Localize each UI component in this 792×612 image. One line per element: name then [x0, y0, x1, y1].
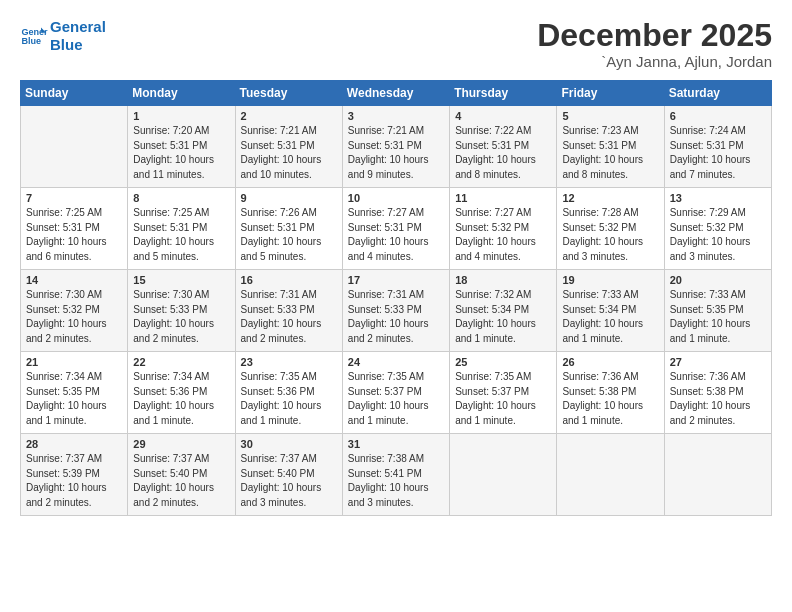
- cell-info: Sunrise: 7:21 AMSunset: 5:31 PMDaylight:…: [241, 124, 337, 182]
- calendar-cell: 16Sunrise: 7:31 AMSunset: 5:33 PMDayligh…: [235, 270, 342, 352]
- day-number: 7: [26, 192, 122, 204]
- day-number: 25: [455, 356, 551, 368]
- calendar-cell: 22Sunrise: 7:34 AMSunset: 5:36 PMDayligh…: [128, 352, 235, 434]
- cell-info: Sunrise: 7:26 AMSunset: 5:31 PMDaylight:…: [241, 206, 337, 264]
- month-title: December 2025: [537, 18, 772, 53]
- day-number: 15: [133, 274, 229, 286]
- cell-info: Sunrise: 7:31 AMSunset: 5:33 PMDaylight:…: [348, 288, 444, 346]
- logo-line2: Blue: [50, 36, 106, 54]
- cell-info: Sunrise: 7:32 AMSunset: 5:34 PMDaylight:…: [455, 288, 551, 346]
- day-number: 24: [348, 356, 444, 368]
- header-cell-thursday: Thursday: [450, 81, 557, 106]
- calendar-cell: 25Sunrise: 7:35 AMSunset: 5:37 PMDayligh…: [450, 352, 557, 434]
- cell-info: Sunrise: 7:33 AMSunset: 5:35 PMDaylight:…: [670, 288, 766, 346]
- day-number: 6: [670, 110, 766, 122]
- day-number: 10: [348, 192, 444, 204]
- calendar-cell: 12Sunrise: 7:28 AMSunset: 5:32 PMDayligh…: [557, 188, 664, 270]
- calendar-cell: 24Sunrise: 7:35 AMSunset: 5:37 PMDayligh…: [342, 352, 449, 434]
- day-number: 20: [670, 274, 766, 286]
- cell-info: Sunrise: 7:29 AMSunset: 5:32 PMDaylight:…: [670, 206, 766, 264]
- calendar-cell: 1Sunrise: 7:20 AMSunset: 5:31 PMDaylight…: [128, 106, 235, 188]
- header-cell-tuesday: Tuesday: [235, 81, 342, 106]
- cell-info: Sunrise: 7:27 AMSunset: 5:32 PMDaylight:…: [455, 206, 551, 264]
- cell-info: Sunrise: 7:35 AMSunset: 5:37 PMDaylight:…: [348, 370, 444, 428]
- calendar-cell: [21, 106, 128, 188]
- cell-info: Sunrise: 7:31 AMSunset: 5:33 PMDaylight:…: [241, 288, 337, 346]
- cell-info: Sunrise: 7:30 AMSunset: 5:32 PMDaylight:…: [26, 288, 122, 346]
- day-number: 16: [241, 274, 337, 286]
- calendar-cell: 19Sunrise: 7:33 AMSunset: 5:34 PMDayligh…: [557, 270, 664, 352]
- cell-info: Sunrise: 7:34 AMSunset: 5:35 PMDaylight:…: [26, 370, 122, 428]
- calendar-cell: 7Sunrise: 7:25 AMSunset: 5:31 PMDaylight…: [21, 188, 128, 270]
- cell-info: Sunrise: 7:36 AMSunset: 5:38 PMDaylight:…: [670, 370, 766, 428]
- calendar-cell: 27Sunrise: 7:36 AMSunset: 5:38 PMDayligh…: [664, 352, 771, 434]
- day-number: 11: [455, 192, 551, 204]
- header-cell-saturday: Saturday: [664, 81, 771, 106]
- cell-info: Sunrise: 7:25 AMSunset: 5:31 PMDaylight:…: [133, 206, 229, 264]
- day-number: 19: [562, 274, 658, 286]
- calendar-body: 1Sunrise: 7:20 AMSunset: 5:31 PMDaylight…: [21, 106, 772, 516]
- calendar-cell: [557, 434, 664, 516]
- day-number: 3: [348, 110, 444, 122]
- calendar-cell: 4Sunrise: 7:22 AMSunset: 5:31 PMDaylight…: [450, 106, 557, 188]
- day-number: 8: [133, 192, 229, 204]
- calendar-cell: 10Sunrise: 7:27 AMSunset: 5:31 PMDayligh…: [342, 188, 449, 270]
- logo-line1: General: [50, 18, 106, 36]
- week-row-2: 7Sunrise: 7:25 AMSunset: 5:31 PMDaylight…: [21, 188, 772, 270]
- day-number: 31: [348, 438, 444, 450]
- calendar-cell: 21Sunrise: 7:34 AMSunset: 5:35 PMDayligh…: [21, 352, 128, 434]
- calendar-cell: 3Sunrise: 7:21 AMSunset: 5:31 PMDaylight…: [342, 106, 449, 188]
- cell-info: Sunrise: 7:35 AMSunset: 5:37 PMDaylight:…: [455, 370, 551, 428]
- cell-info: Sunrise: 7:38 AMSunset: 5:41 PMDaylight:…: [348, 452, 444, 510]
- day-number: 14: [26, 274, 122, 286]
- day-number: 1: [133, 110, 229, 122]
- cell-info: Sunrise: 7:37 AMSunset: 5:40 PMDaylight:…: [241, 452, 337, 510]
- day-number: 26: [562, 356, 658, 368]
- cell-info: Sunrise: 7:36 AMSunset: 5:38 PMDaylight:…: [562, 370, 658, 428]
- cell-info: Sunrise: 7:22 AMSunset: 5:31 PMDaylight:…: [455, 124, 551, 182]
- cell-info: Sunrise: 7:23 AMSunset: 5:31 PMDaylight:…: [562, 124, 658, 182]
- calendar-cell: [450, 434, 557, 516]
- calendar-cell: 18Sunrise: 7:32 AMSunset: 5:34 PMDayligh…: [450, 270, 557, 352]
- calendar-cell: [664, 434, 771, 516]
- cell-info: Sunrise: 7:24 AMSunset: 5:31 PMDaylight:…: [670, 124, 766, 182]
- calendar-cell: 20Sunrise: 7:33 AMSunset: 5:35 PMDayligh…: [664, 270, 771, 352]
- day-number: 27: [670, 356, 766, 368]
- header-cell-friday: Friday: [557, 81, 664, 106]
- calendar-cell: 9Sunrise: 7:26 AMSunset: 5:31 PMDaylight…: [235, 188, 342, 270]
- svg-text:Blue: Blue: [21, 36, 41, 46]
- cell-info: Sunrise: 7:37 AMSunset: 5:39 PMDaylight:…: [26, 452, 122, 510]
- calendar-cell: 6Sunrise: 7:24 AMSunset: 5:31 PMDaylight…: [664, 106, 771, 188]
- header-cell-wednesday: Wednesday: [342, 81, 449, 106]
- cell-info: Sunrise: 7:20 AMSunset: 5:31 PMDaylight:…: [133, 124, 229, 182]
- cell-info: Sunrise: 7:30 AMSunset: 5:33 PMDaylight:…: [133, 288, 229, 346]
- cell-info: Sunrise: 7:25 AMSunset: 5:31 PMDaylight:…: [26, 206, 122, 264]
- cell-info: Sunrise: 7:28 AMSunset: 5:32 PMDaylight:…: [562, 206, 658, 264]
- day-number: 30: [241, 438, 337, 450]
- day-number: 29: [133, 438, 229, 450]
- calendar-cell: 28Sunrise: 7:37 AMSunset: 5:39 PMDayligh…: [21, 434, 128, 516]
- calendar-cell: 15Sunrise: 7:30 AMSunset: 5:33 PMDayligh…: [128, 270, 235, 352]
- week-row-4: 21Sunrise: 7:34 AMSunset: 5:35 PMDayligh…: [21, 352, 772, 434]
- day-number: 9: [241, 192, 337, 204]
- logo: General Blue General Blue: [20, 18, 106, 54]
- calendar-cell: 5Sunrise: 7:23 AMSunset: 5:31 PMDaylight…: [557, 106, 664, 188]
- header-cell-monday: Monday: [128, 81, 235, 106]
- title-block: December 2025 `Ayn Janna, Ajlun, Jordan: [537, 18, 772, 70]
- day-number: 17: [348, 274, 444, 286]
- header: General Blue General Blue December 2025 …: [20, 18, 772, 70]
- cell-info: Sunrise: 7:37 AMSunset: 5:40 PMDaylight:…: [133, 452, 229, 510]
- day-number: 28: [26, 438, 122, 450]
- header-row: SundayMondayTuesdayWednesdayThursdayFrid…: [21, 81, 772, 106]
- day-number: 21: [26, 356, 122, 368]
- calendar-cell: 26Sunrise: 7:36 AMSunset: 5:38 PMDayligh…: [557, 352, 664, 434]
- calendar-cell: 11Sunrise: 7:27 AMSunset: 5:32 PMDayligh…: [450, 188, 557, 270]
- calendar-cell: 17Sunrise: 7:31 AMSunset: 5:33 PMDayligh…: [342, 270, 449, 352]
- day-number: 22: [133, 356, 229, 368]
- calendar-table: SundayMondayTuesdayWednesdayThursdayFrid…: [20, 80, 772, 516]
- logo-icon: General Blue: [20, 22, 48, 50]
- day-number: 23: [241, 356, 337, 368]
- day-number: 5: [562, 110, 658, 122]
- calendar-cell: 29Sunrise: 7:37 AMSunset: 5:40 PMDayligh…: [128, 434, 235, 516]
- calendar-cell: 2Sunrise: 7:21 AMSunset: 5:31 PMDaylight…: [235, 106, 342, 188]
